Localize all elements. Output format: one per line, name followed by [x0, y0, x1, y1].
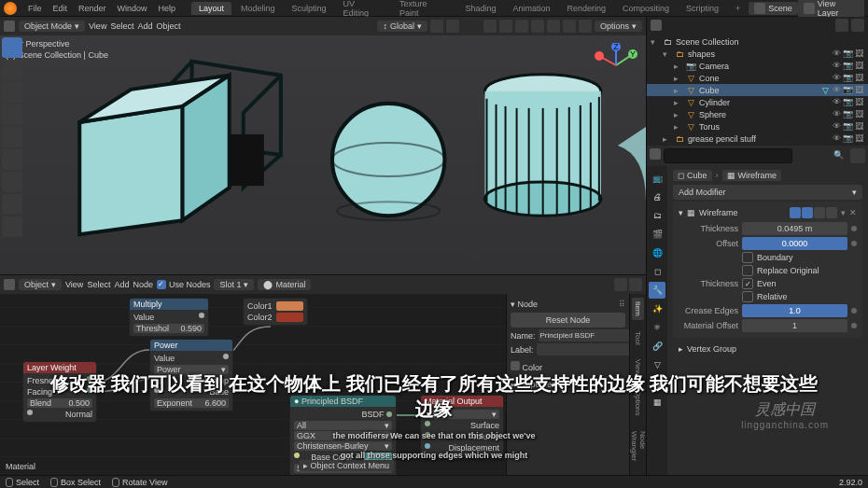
- tool-add-cube[interactable]: [2, 216, 22, 237]
- node-editor-type-icon[interactable]: [4, 279, 15, 290]
- shading-matprev-icon[interactable]: [563, 20, 576, 33]
- node-menu-node[interactable]: Node: [133, 280, 153, 289]
- node-tab-tool[interactable]: Tool: [632, 328, 644, 349]
- workspace-tab-animation[interactable]: Animation: [505, 2, 557, 15]
- snap-node-icon[interactable]: [629, 278, 642, 291]
- viewlayer-selector[interactable]: View Layer: [798, 0, 864, 19]
- editor-type-icon[interactable]: [4, 21, 15, 32]
- prop-tab-constraint[interactable]: 🔗: [649, 338, 665, 355]
- prop-tab-physics[interactable]: ⚛: [649, 319, 665, 336]
- outliner-filter-icon[interactable]: [835, 19, 848, 32]
- prop-tab-modifier[interactable]: 🔧: [649, 282, 665, 299]
- panel-collapse-icon[interactable]: ▾: [679, 208, 683, 217]
- outliner-item-torus[interactable]: ▸▽Torus👁📷🖼: [647, 120, 868, 132]
- material-selector[interactable]: ⬤ Material: [258, 279, 311, 290]
- outliner-scene-collection[interactable]: ▾🗀Scene Collection: [647, 35, 868, 48]
- properties-type-icon[interactable]: [650, 148, 661, 160]
- filter-icon[interactable]: [850, 148, 865, 163]
- outliner-collection-shapes[interactable]: ▾🗀shapes 👁📷🖼: [647, 48, 868, 60]
- menu-edit[interactable]: Edit: [47, 4, 73, 13]
- outliner-item-sphere[interactable]: ▸▽Sphere👁📷🖼: [647, 108, 868, 120]
- boundary-checkbox[interactable]: [742, 252, 753, 263]
- node-mix[interactable]: Color1 Color2: [243, 298, 308, 326]
- outliner-item-cube[interactable]: ▸▽Cube▽👁📷🖼: [647, 84, 868, 96]
- mod-display-cage-icon[interactable]: [826, 207, 837, 218]
- workspace-tab-scripting[interactable]: Scripting: [679, 2, 726, 15]
- proportional-icon[interactable]: [446, 20, 459, 33]
- restrict-select-icon[interactable]: 👁: [832, 49, 842, 59]
- modifier-name[interactable]: Wireframe: [699, 208, 738, 217]
- node-object-pill[interactable]: Object ▾: [19, 279, 62, 290]
- gizmo-toggle-icon[interactable]: [483, 20, 497, 33]
- menu-help[interactable]: Help: [153, 4, 182, 13]
- thickness-field[interactable]: 0.0495 m: [742, 222, 847, 235]
- tool-measure[interactable]: [2, 194, 22, 215]
- node-menu-select[interactable]: Select: [87, 280, 110, 289]
- mod-dropdown-icon[interactable]: ▾: [841, 208, 846, 217]
- offset-field[interactable]: 0.0000: [742, 237, 847, 250]
- workspace-tab-modeling[interactable]: Modeling: [233, 2, 283, 15]
- mod-display-render-icon[interactable]: [790, 207, 801, 218]
- breadcrumb-modifier[interactable]: ▦ Wireframe: [722, 170, 782, 181]
- shading-wireframe-icon[interactable]: [531, 20, 544, 33]
- node-multiply[interactable]: Multiply Value Threshol0.590: [129, 298, 209, 337]
- nav-gizmo[interactable]: Y Z: [594, 43, 638, 88]
- restrict-viewport-icon[interactable]: 📷: [843, 49, 853, 59]
- overlay-toggle-icon[interactable]: [499, 20, 512, 33]
- tool-select-box[interactable]: [2, 37, 22, 58]
- breadcrumb-object[interactable]: ◻ Cube: [673, 170, 712, 181]
- viewport-menu-select[interactable]: Select: [110, 21, 133, 31]
- mod-display-viewport-icon[interactable]: [802, 207, 813, 218]
- menu-file[interactable]: File: [22, 4, 48, 13]
- menu-window[interactable]: Window: [112, 4, 153, 13]
- tool-annotate[interactable]: [2, 172, 22, 192]
- crease-field[interactable]: 1.0: [742, 304, 847, 317]
- node-menu-add[interactable]: Add: [114, 280, 129, 289]
- scene-selector[interactable]: Scene: [749, 2, 798, 15]
- pin-icon[interactable]: [614, 278, 627, 291]
- node-tab-item[interactable]: Item: [632, 298, 644, 320]
- shading-solid-icon[interactable]: [547, 20, 560, 33]
- workspace-tab-sculpting[interactable]: Sculpting: [285, 2, 334, 15]
- add-modifier-button[interactable]: Add Modifier▾: [673, 185, 862, 200]
- xray-icon[interactable]: [515, 20, 528, 33]
- use-nodes-checkbox[interactable]: ✓Use Nodes: [157, 280, 211, 289]
- node-label-input[interactable]: [537, 343, 638, 356]
- reset-node-button[interactable]: Reset Node: [511, 313, 625, 328]
- restrict-render-icon[interactable]: 🖼: [854, 49, 864, 59]
- viewport-menu-object[interactable]: Object: [156, 21, 180, 31]
- workspace-tab-compositing[interactable]: Compositing: [615, 2, 677, 15]
- node-menu-view[interactable]: View: [65, 280, 83, 289]
- prop-tab-output[interactable]: 🖨: [649, 188, 665, 205]
- workspace-tab-layout[interactable]: Layout: [191, 2, 231, 15]
- workspace-tab-shading[interactable]: Shading: [457, 2, 503, 15]
- prop-tab-particle[interactable]: ✨: [649, 300, 665, 317]
- tool-rotate[interactable]: [2, 105, 22, 125]
- outliner-item-camera[interactable]: ▸📷Camera👁📷🖼: [647, 60, 868, 72]
- relative-checkbox[interactable]: [742, 291, 753, 302]
- options-dropdown[interactable]: Options ▾: [595, 21, 642, 32]
- even-checkbox[interactable]: [742, 278, 753, 289]
- outliner-type-icon[interactable]: [651, 20, 662, 31]
- menu-render[interactable]: Render: [73, 4, 112, 13]
- outliner-collection-grease[interactable]: ▸🗀grease pencil stuff 👁📷🖼: [647, 132, 868, 145]
- outliner-item-cone[interactable]: ▸▽Cone👁📷🖼: [647, 72, 868, 84]
- orientation-pill[interactable]: ↕ Global ▾: [377, 21, 427, 32]
- node-color-checkbox[interactable]: [511, 361, 520, 370]
- tool-move[interactable]: [2, 82, 22, 103]
- mod-display-edit-icon[interactable]: [814, 207, 825, 218]
- tool-scale[interactable]: [2, 127, 22, 147]
- tool-cursor[interactable]: [2, 60, 22, 80]
- prop-tab-object[interactable]: ◻: [649, 263, 665, 280]
- prop-tab-world[interactable]: 🌐: [649, 244, 665, 261]
- mode-selector[interactable]: Object Mode ▾: [19, 21, 85, 32]
- outliner-item-cylinder[interactable]: ▸▽Cylinder👁📷🖼: [647, 96, 868, 108]
- 3d-viewport[interactable]: Object Mode ▾ View Select Add Object ↕ G…: [0, 17, 646, 274]
- prop-tab-viewlayer[interactable]: 🗂: [649, 207, 665, 224]
- tool-transform[interactable]: [2, 149, 22, 170]
- matoff-field[interactable]: 1: [742, 319, 847, 332]
- shading-rendered-icon[interactable]: [579, 20, 592, 33]
- vertex-group-section[interactable]: ▸ Vertex Group: [673, 342, 862, 356]
- slot-selector[interactable]: Slot 1 ▾: [214, 279, 254, 290]
- replace-checkbox[interactable]: [742, 265, 753, 276]
